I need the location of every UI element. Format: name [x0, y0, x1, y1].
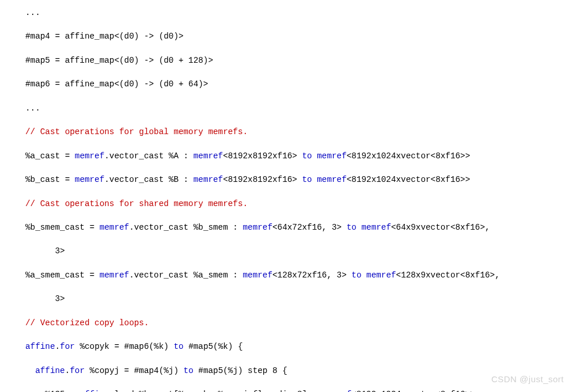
code-line: %a_cast = memref.vector_cast %A : memref… [25, 150, 570, 162]
code-line-continuation: 3> [25, 293, 570, 305]
code-line: %b_cast = memref.vector_cast %B : memref… [25, 174, 570, 186]
code-line: #map4 = affine_map<(d0) -> (d0)> [25, 31, 570, 43]
code-line: #map5 = affine_map<(d0) -> (d0 + 128)> [25, 55, 570, 67]
code-line: affine.for %copyj = #map4(%j) to #map5(%… [25, 365, 570, 377]
code-comment: // Cast operations for global memory mem… [25, 126, 570, 138]
code-comment: // Cast operations for shared memory mem… [25, 198, 570, 210]
code-line: %b_smem_cast = memref.vector_cast %b_sme… [25, 222, 570, 234]
code-line: #map6 = affine_map<(d0) -> (d0 + 64)> [25, 78, 570, 90]
code-listing: ... #map4 = affine_map<(d0) -> (d0)> #ma… [10, 7, 570, 392]
code-line: %a_smem_cast = memref.vector_cast %a_sme… [25, 269, 570, 281]
code-line: ... [25, 102, 570, 115]
code-comment: // Vectorized copy loops. [25, 317, 570, 329]
code-line: %135 = affine.load %b_cast[%copyk, %copy… [25, 389, 570, 392]
code-line: ... [25, 7, 570, 19]
code-line-continuation: 3> [25, 245, 570, 257]
code-line: affine.for %copyk = #map6(%k) to #map5(%… [25, 341, 570, 353]
